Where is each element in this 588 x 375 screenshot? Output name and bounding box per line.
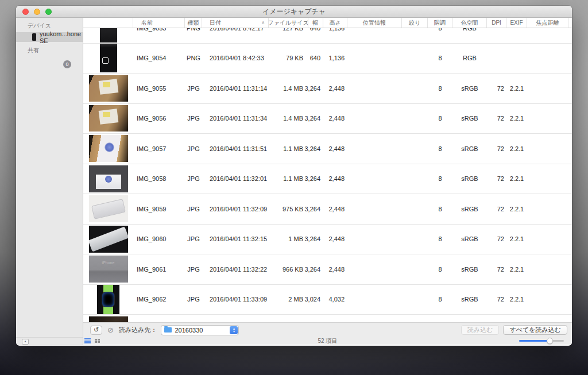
cell-kind: JPG <box>185 164 202 194</box>
cell-width: 640 <box>308 44 323 74</box>
cell-focal <box>527 254 568 284</box>
cell-size: 2 MB <box>269 285 308 315</box>
table-row[interactable]: IMG_9055JPG2016/04/01 11:31:141.4 MB3,26… <box>83 74 572 104</box>
table-row[interactable]: IMG_9053PNG2016/04/01 8:42:17127 KB6401,… <box>83 28 572 44</box>
cell-depth: 8 <box>428 285 452 315</box>
column-header-depth[interactable]: 階調 <box>428 18 452 28</box>
column-header-label: 高さ <box>329 19 341 27</box>
cell-depth: 8 <box>428 254 452 284</box>
table-row[interactable] <box>83 315 572 322</box>
thumbnail-cell <box>83 104 133 134</box>
thumbnail-cell <box>83 254 133 284</box>
cell-width: 3,024 <box>308 285 323 315</box>
cell-name: IMG_9056 <box>133 104 185 134</box>
cell-dpi: 72 <box>487 194 506 224</box>
table-row[interactable]: IMG_9060JPG2016/04/01 11:32:151 MB3,2642… <box>83 225 572 255</box>
image-capture-window: イメージキャプチャ デバイス yuukom...hone SE 共有 0 ▴ 名… <box>16 6 572 346</box>
sort-ascending-icon: ∧ <box>261 20 265 25</box>
destination-folder-dropdown[interactable]: 20160330 ▲▼ <box>161 325 239 335</box>
cell-name: IMG_9055 <box>133 74 185 103</box>
column-header-label: 階調 <box>434 19 446 27</box>
table-row[interactable]: IMG_9054PNG2016/04/01 8:42:3379 KB6401,1… <box>83 44 572 74</box>
cell-width: 640 <box>308 28 323 43</box>
column-header-height[interactable]: 高さ <box>323 18 347 28</box>
cell-date: 2016/04/01 8:42:17 <box>202 28 269 43</box>
title-bar[interactable]: イメージキャプチャ <box>16 6 572 18</box>
column-header-kind[interactable]: 種類 <box>185 18 202 28</box>
cell-height: 2,448 <box>323 134 347 164</box>
column-header-exif[interactable]: EXIF <box>506 18 527 28</box>
photo-thumbnail <box>89 105 128 132</box>
table-row[interactable]: IMG_9059JPG2016/04/01 11:32:09975 KB3,26… <box>83 194 572 225</box>
table-row[interactable]: IMG_9058JPG2016/04/01 11:32:011.1 MB3,26… <box>83 164 572 195</box>
cell-exif: 2.2.1 <box>506 194 527 224</box>
cell-date: 2016/04/01 11:32:22 <box>202 254 269 284</box>
cell-date <box>202 315 269 322</box>
cell-date: 2016/04/01 11:31:14 <box>202 74 269 103</box>
cell-colorspace: RGB <box>452 28 487 43</box>
cell-colorspace: sRGB <box>452 254 487 284</box>
cell-focal <box>527 104 568 134</box>
cell-location <box>347 254 402 284</box>
photo-thumbnail <box>89 316 128 322</box>
thumbnail-cell <box>83 164 133 194</box>
column-header-dpi[interactable]: DPI <box>487 18 506 28</box>
cell-colorspace: sRGB <box>452 74 487 103</box>
cell-colorspace: sRGB <box>452 285 487 315</box>
column-header-width[interactable]: 幅 <box>308 18 323 28</box>
import-all-button[interactable]: すべてを読み込む <box>503 325 567 335</box>
table-row[interactable]: IMG_9057JPG2016/04/01 11:31:511.1 MB3,26… <box>83 134 572 164</box>
column-header-label: 焦点距離 <box>536 19 559 27</box>
cell-date: 2016/04/01 11:31:34 <box>202 104 269 134</box>
cell-location <box>347 164 402 194</box>
delete-icon[interactable]: ⊘ <box>106 326 115 334</box>
thumbnail-cell <box>83 74 133 103</box>
cell-aperture <box>402 44 428 74</box>
table-row[interactable]: IMG_9056JPG2016/04/01 11:31:341.4 MB3,26… <box>83 104 572 134</box>
photo-thumbnail <box>89 165 128 192</box>
cell-height: 2,448 <box>323 225 347 254</box>
table-row[interactable]: IMG_9062JPG2016/04/01 11:33:092 MB3,0244… <box>83 285 572 315</box>
cell-aperture <box>402 315 428 322</box>
cell-kind: JPG <box>185 225 202 254</box>
cell-name: IMG_9062 <box>133 285 185 315</box>
toggle-device-settings-button[interactable]: ▴ <box>22 339 29 345</box>
cell-location <box>347 44 402 74</box>
photo-thumbnail <box>89 135 128 162</box>
cell-size: 127 KB <box>269 28 308 43</box>
shared-count-badge: 0 <box>63 60 71 68</box>
cell-exif: 2.2.1 <box>506 254 527 284</box>
table-row[interactable]: IMG_9061JPG2016/04/01 11:32:22966 KB3,26… <box>83 254 572 285</box>
photo-thumbnail <box>89 226 128 253</box>
column-header-aperture[interactable]: 絞り <box>402 18 428 28</box>
cell-width: 3,264 <box>308 225 323 254</box>
column-header-location[interactable]: 位置情報 <box>347 18 402 28</box>
thumbnail-size-slider[interactable] <box>519 340 564 342</box>
cell-depth: 8 <box>428 44 452 74</box>
cell-colorspace: sRGB <box>452 164 487 194</box>
column-header-name[interactable]: 名前 <box>133 18 185 28</box>
cell-aperture <box>402 164 428 194</box>
column-header-colorspace[interactable]: 色空間 <box>452 18 487 28</box>
column-header-thumbnail[interactable] <box>83 18 133 28</box>
cell-size: 1.1 MB <box>269 164 308 194</box>
cell-depth: 8 <box>428 28 452 43</box>
rotate-button[interactable]: ↺ <box>90 326 102 335</box>
slider-knob[interactable] <box>547 338 553 344</box>
photo-thumbnail <box>89 195 128 222</box>
cell-depth: 8 <box>428 225 452 254</box>
column-header-label: EXIF <box>510 20 523 26</box>
cell-dpi: 72 <box>487 74 506 103</box>
iphone-icon <box>32 33 36 41</box>
device-name: yuukom...hone SE <box>40 30 83 44</box>
column-header-date[interactable]: 日付∧ <box>202 18 269 28</box>
cell-depth: 8 <box>428 74 452 103</box>
column-header-focal[interactable]: 焦点距離 <box>527 18 568 28</box>
cell-exif: 2.2.1 <box>506 74 527 103</box>
photo-thumbnail <box>89 256 128 283</box>
sidebar-item-device[interactable]: yuukom...hone SE <box>16 32 83 42</box>
column-header-size[interactable]: ファイルサイズ <box>269 18 308 28</box>
file-list-viewport[interactable]: IMG_9053PNG2016/04/01 8:42:17127 KB6401,… <box>83 28 572 322</box>
cell-size: 1.4 MB <box>269 104 308 134</box>
import-button[interactable]: 読み込む <box>461 325 500 335</box>
